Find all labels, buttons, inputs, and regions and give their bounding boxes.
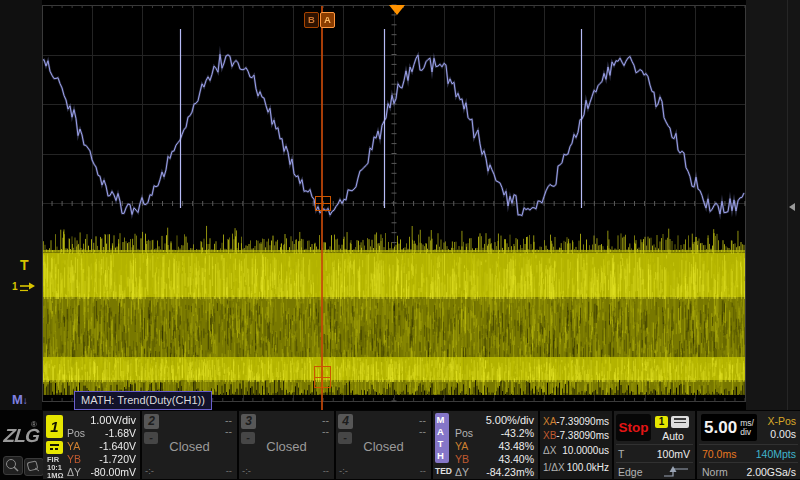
cursor-freq-value: 100.0kHz	[567, 462, 609, 473]
ch3-bottom-right: --	[323, 465, 329, 476]
ch1-ya-value: -1.640V	[99, 440, 136, 452]
math-dy-value: -84.23m%	[486, 466, 534, 478]
cursor-marker-yb[interactable]	[314, 366, 331, 388]
timebase-scale-box[interactable]: 5.00 ms/div	[701, 414, 757, 441]
ch3-status: Closed	[239, 439, 334, 454]
trigger-level-arrow-icon	[19, 281, 36, 292]
memory-depth: 140Mpts	[756, 448, 796, 460]
math-dy-label: ΔY	[455, 466, 469, 478]
ch3-dash2: --	[322, 425, 329, 437]
trigger-source-badge[interactable]: 1	[655, 416, 668, 428]
math-position-indicator[interactable]: M↓	[12, 392, 28, 407]
ch1-pos-value: -1.68V	[105, 427, 136, 439]
ch1-dy-label: ΔY	[67, 466, 81, 478]
sample-rate: 2.00GSa/s	[746, 466, 796, 478]
ch2-status: Closed	[142, 439, 237, 454]
capture-window: 70.0ms	[702, 448, 736, 460]
ch4-dash2: --	[419, 425, 426, 437]
trigger-level-label: T	[618, 448, 624, 460]
touch-gesture-icon-1[interactable]	[3, 456, 23, 475]
acquisition-state[interactable]: Stop	[616, 414, 651, 441]
ch1-yb-value: -1.720V	[99, 453, 136, 465]
ch2-number-badge[interactable]: 2	[144, 414, 159, 429]
cursor-readout-panel[interactable]: XA -7.39090ms XB -7.38090ms ΔX 10.0000us…	[540, 411, 612, 479]
down-arrow-icon: ↓	[23, 395, 28, 406]
ch1-yb-label: YB	[67, 453, 81, 465]
math-trace-label: MATH: Trend(Duty(CH1))	[74, 391, 212, 410]
cursor-xb-value: -7.38090ms	[556, 430, 609, 441]
ch4-bottom-left: -:-	[339, 465, 348, 476]
ch2-bottom-right: --	[226, 465, 232, 476]
timebase-panel[interactable]: 5.00 ms/div X-Pos 0.00s 70.0ms 140Mpts N…	[697, 411, 800, 479]
ch4-number-badge[interactable]: 4	[338, 414, 353, 429]
right-strip[interactable]	[746, 0, 800, 410]
math-pos-value: -43.2%	[501, 427, 534, 439]
trigger-position-marker[interactable]	[389, 5, 405, 15]
math-yb-value: 43.40%	[498, 453, 534, 465]
timebase-unit-bottom: div	[740, 427, 751, 437]
cursor-marker-ya[interactable]	[315, 196, 331, 211]
waveform-display[interactable]	[0, 0, 800, 410]
cursor-xb-label: XB	[543, 430, 556, 441]
trigger-level-t-label: T	[20, 257, 29, 273]
math-mode-label: TED	[435, 466, 452, 476]
ch3-panel[interactable]: 3 -- -- - Closed -:- --	[239, 411, 334, 479]
trigger-coupling-icon[interactable]	[671, 416, 689, 428]
xpos-label: X-Pos	[767, 415, 796, 427]
math-ya-label: YA	[455, 440, 468, 452]
ch1-scale: 1.00V/div	[90, 414, 136, 426]
ch1-pos-label: Pos	[67, 427, 85, 439]
trigger-level-channel-marker[interactable]: 1	[12, 281, 36, 292]
trigger-channel-number: 1	[12, 281, 18, 292]
rising-edge-icon	[662, 466, 690, 478]
panel-handle-line	[787, 0, 788, 410]
cursor-badge-a[interactable]: A	[320, 12, 335, 28]
math-badge[interactable]: MATH	[435, 413, 449, 463]
cursor-dx-label: ΔX	[543, 445, 556, 456]
math-scale: 5.00%/div	[486, 414, 534, 426]
touch-gesture-icon-2[interactable]	[24, 458, 44, 476]
xpos-value: 0.00s	[770, 428, 796, 440]
cursor-dx-value: 10.0000us	[562, 445, 609, 456]
ch3-bottom-left: -:-	[242, 465, 251, 476]
cursor-badge-b[interactable]: B	[304, 12, 319, 28]
trigger-panel[interactable]: Stop 1 Auto T 100mV Edge	[614, 411, 695, 479]
trigger-mode[interactable]: Auto	[655, 430, 691, 442]
ch1-ya-label: YA	[67, 440, 80, 452]
trigger-level-value: 100mV	[657, 448, 690, 460]
math-panel[interactable]: MATH TED 5.00%/div Pos -43.2% YA 43.48% …	[433, 411, 538, 479]
math-ya-value: 43.48%	[498, 440, 534, 452]
ch2-dash2: --	[225, 425, 232, 437]
ch2-bottom-left: -:-	[145, 465, 154, 476]
ch1-panel[interactable]: 1 FIR 10:1 1MΩ 1.00V/div Pos -1.68V YA -…	[43, 411, 140, 479]
trigger-type[interactable]: Edge	[618, 466, 643, 478]
cursor-freq-label: 1/ΔX	[543, 462, 565, 473]
math-yb-label: YB	[455, 453, 469, 465]
ch2-panel[interactable]: 2 -- -- - Closed -:- --	[142, 411, 237, 479]
timebase-scale: 5.00	[704, 418, 737, 438]
left-strip: T 1 M↓	[0, 0, 42, 410]
math-position-label: M	[12, 392, 23, 407]
ch4-panel[interactable]: 4 -- -- - Closed -:- --	[336, 411, 431, 479]
trigger-level-indicator[interactable]: T	[20, 257, 29, 273]
cursor-xa-value: -7.39090ms	[556, 416, 609, 427]
acquire-mode: Norm	[702, 466, 728, 478]
ch4-bottom-right: --	[420, 465, 426, 476]
ch3-number-badge[interactable]: 3	[241, 414, 256, 429]
cursor-xa-label: XA	[543, 416, 556, 427]
ch1-dy-value: -80.00mV	[90, 466, 136, 478]
math-pos-label: Pos	[455, 427, 473, 439]
registered-mark: ®	[31, 420, 37, 429]
ch1-number-badge[interactable]: 1	[46, 415, 63, 438]
panel-collapse-arrow-icon[interactable]	[789, 203, 795, 211]
ch4-status: Closed	[336, 439, 431, 454]
dc-coupling-icon[interactable]	[46, 441, 63, 454]
ch1-impedance-label: 1MΩ	[47, 472, 63, 480]
logo-block: ZLG ®	[0, 412, 43, 480]
